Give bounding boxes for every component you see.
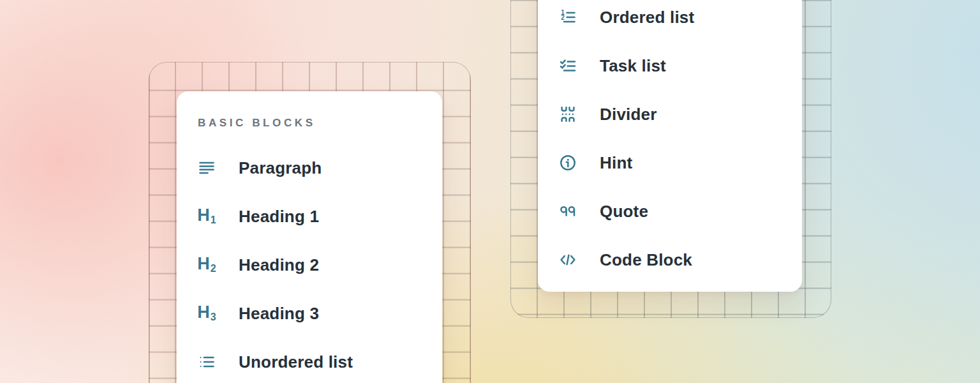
heading-3-icon: H3 [198,304,216,322]
unordered-list-icon [198,353,216,371]
menu-item-label: Quote [600,202,648,222]
menu-item-task-list[interactable]: Task list [538,41,802,90]
menu-item-label: Unordered list [239,352,353,372]
divider-icon [559,105,577,123]
task-list-icon [559,57,577,75]
more-blocks-card: 12 Ordered list Task list Divider Hint Q… [538,0,802,292]
menu-item-label: Paragraph [239,158,322,178]
menu-item-label: Code Block [600,250,692,270]
menu-item-label: Heading 2 [239,255,319,275]
editor-block-menu-illustration: BASIC BLOCKS Paragraph H1 Heading 1 H2 H… [0,0,980,383]
menu-item-divider[interactable]: Divider [538,90,802,139]
menu-item-label: Ordered list [600,8,694,27]
menu-item-label: Hint [600,153,632,173]
heading-2-icon: H2 [198,256,216,274]
menu-item-label: Divider [600,105,657,124]
menu-item-quote[interactable]: Quote [538,187,802,236]
menu-item-heading-1[interactable]: H1 Heading 1 [177,192,442,241]
section-title: BASIC BLOCKS [198,116,316,130]
menu-item-label: Task list [600,56,666,76]
menu-item-heading-3[interactable]: H3 Heading 3 [177,289,442,338]
menu-item-hint[interactable]: Hint [538,139,802,187]
background-gradient [0,0,980,383]
menu-item-label: Heading 1 [239,207,319,227]
hint-icon [559,154,577,172]
ordered-list-icon: 12 [559,8,577,26]
more-blocks-menu: 12 Ordered list Task list Divider Hint Q… [538,0,802,284]
basic-blocks-menu: Paragraph H1 Heading 1 H2 Heading 2 H3 H… [177,144,442,383]
paragraph-icon [198,159,216,177]
svg-text:2: 2 [561,14,565,21]
menu-item-ordered-list[interactable]: 12 Ordered list [538,0,802,41]
menu-item-label: Heading 3 [239,304,319,324]
quote-icon [559,202,577,220]
menu-item-heading-2[interactable]: H2 Heading 2 [177,241,442,289]
menu-item-code-block[interactable]: Code Block [538,236,802,284]
menu-item-paragraph[interactable]: Paragraph [177,144,442,192]
code-block-icon [559,251,577,269]
heading-1-icon: H1 [198,207,216,225]
menu-item-unordered-list[interactable]: Unordered list [177,338,442,383]
basic-blocks-card: BASIC BLOCKS Paragraph H1 Heading 1 H2 H… [177,91,442,383]
